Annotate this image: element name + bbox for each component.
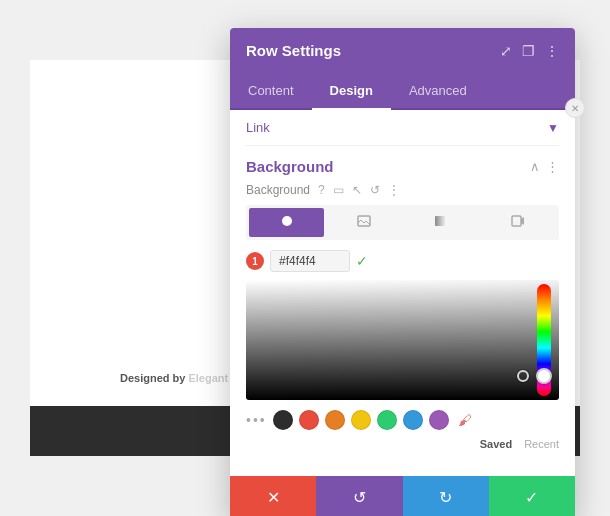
collapse-icon[interactable]: ∧ (530, 159, 540, 174)
panel-header: Row Settings ⤢ ❐ ⋮ (230, 28, 575, 73)
row-settings-panel: Row Settings ⤢ ❐ ⋮ Content Design Advanc… (230, 28, 575, 516)
redo-button[interactable]: ↻ (403, 476, 489, 516)
swatch-blue[interactable] (403, 410, 423, 430)
expand-icon[interactable]: ⤢ (500, 43, 512, 59)
svg-rect-3 (512, 216, 521, 226)
copy-icon[interactable]: ❐ (522, 43, 535, 59)
svg-rect-2 (435, 216, 447, 226)
link-row[interactable]: Link ▼ (246, 110, 559, 146)
panel-header-icons: ⤢ ❐ ⋮ (500, 43, 559, 59)
swatch-purple[interactable] (429, 410, 449, 430)
link-label: Link (246, 120, 270, 135)
bg-cursor-icon[interactable]: ↖ (352, 183, 362, 197)
swatch-orange[interactable] (325, 410, 345, 430)
bg-type-image[interactable] (326, 208, 401, 237)
confirm-color-icon[interactable]: ✓ (356, 253, 368, 269)
color-picker-area[interactable] (246, 280, 559, 400)
panel-tabs: Content Design Advanced (230, 73, 575, 110)
tab-content[interactable]: Content (230, 73, 312, 110)
swatches-more-icon[interactable]: ••• (246, 412, 267, 428)
panel-body: Link ▼ Background ∧ ⋮ Background ? ▭ ↖ ↺… (230, 110, 575, 476)
bg-help-icon[interactable]: ? (318, 183, 325, 197)
color-input-row: 1 ✓ (246, 250, 559, 272)
background-label: Background (246, 183, 310, 197)
swatch-green[interactable] (377, 410, 397, 430)
recent-tab[interactable]: Recent (524, 438, 559, 450)
swatch-yellow[interactable] (351, 410, 371, 430)
swatch-red[interactable] (299, 410, 319, 430)
action-bar: ✕ ↺ ↻ ✓ (230, 476, 575, 516)
tab-design[interactable]: Design (312, 73, 391, 110)
background-controls-row: Background ? ▭ ↖ ↺ ⋮ (246, 183, 559, 197)
hue-thumb[interactable] (536, 368, 552, 384)
tab-advanced[interactable]: Advanced (391, 73, 485, 110)
cancel-button[interactable]: ✕ (230, 476, 316, 516)
color-badge-number: 1 (246, 252, 264, 270)
bg-type-color[interactable] (249, 208, 324, 237)
bg-type-gradient[interactable] (404, 208, 479, 237)
svg-point-0 (282, 216, 292, 226)
background-title: Background (246, 158, 334, 175)
bg-undo-icon[interactable]: ↺ (370, 183, 380, 197)
hue-slider[interactable] (537, 284, 551, 396)
more-options-icon[interactable]: ⋮ (545, 43, 559, 59)
swatch-black[interactable] (273, 410, 293, 430)
bg-type-video[interactable] (481, 208, 556, 237)
color-hex-input[interactable] (270, 250, 350, 272)
panel-right-close-button[interactable]: ✕ (565, 98, 585, 118)
paint-brush-icon[interactable]: 🖌 (455, 410, 475, 430)
section-more-icon[interactable]: ⋮ (546, 159, 559, 174)
picker-cursor (517, 370, 529, 382)
background-type-tabs (246, 205, 559, 240)
background-section-header: Background ∧ ⋮ (246, 146, 559, 183)
brightness-gradient (246, 280, 559, 400)
section-header-icons: ∧ ⋮ (530, 159, 559, 174)
confirm-button[interactable]: ✓ (489, 476, 575, 516)
saved-recent-row: Saved Recent (246, 438, 559, 450)
swatches-row: ••• 🖌 (246, 410, 559, 430)
bg-options-icon[interactable]: ⋮ (388, 183, 400, 197)
panel-title: Row Settings (246, 42, 341, 59)
bg-mobile-icon[interactable]: ▭ (333, 183, 344, 197)
link-chevron-icon: ▼ (547, 121, 559, 135)
saved-tab[interactable]: Saved (480, 438, 512, 450)
undo-button[interactable]: ↺ (316, 476, 402, 516)
